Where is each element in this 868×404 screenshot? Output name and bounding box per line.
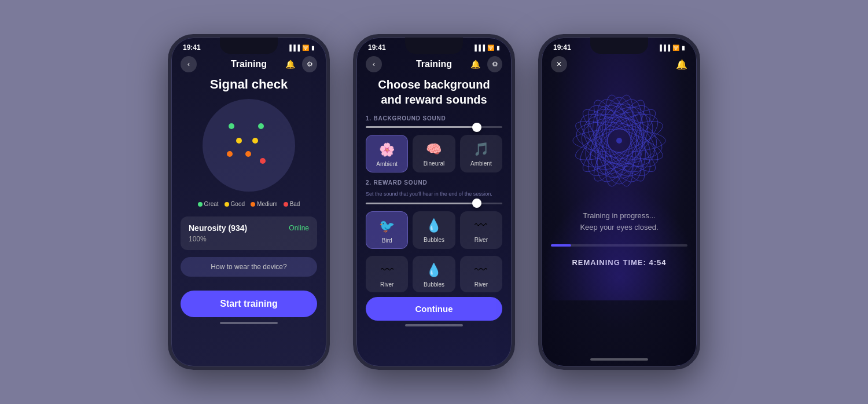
ambient-icon-1: 🌸: [379, 142, 395, 157]
mandala-container: .mandala-circle { fill: none; stroke: #4…: [561, 83, 677, 199]
bell-button-1[interactable]: 🔔: [282, 56, 297, 72]
bird-icon: 🐦: [379, 219, 395, 234]
status-time-3: 19:41: [553, 43, 571, 52]
nav-bar-3: ✕ 🔔: [542, 54, 697, 77]
sound-card-bubbles-1[interactable]: 💧 Bubbles: [413, 211, 455, 249]
sound-card-river-1[interactable]: 〰 River: [460, 211, 502, 249]
reward-sound-label: 2. REWARD SOUND: [366, 179, 502, 186]
bird-label: Bird: [382, 237, 392, 244]
back-button-1[interactable]: ‹: [181, 56, 197, 72]
dot-2: [258, 123, 264, 129]
how-to-wear-button[interactable]: How to wear the device?: [181, 257, 317, 277]
mandala-svg: .mandala-circle { fill: none; stroke: #4…: [561, 83, 677, 199]
slider-thumb-2[interactable]: [472, 199, 481, 208]
sound-card-river-2[interactable]: 〰 River: [366, 256, 408, 292]
screen-title-1: Signal check: [181, 77, 317, 92]
device-status: Online: [289, 224, 309, 232]
slider-fill-2: [366, 203, 475, 204]
status-bar-2: 19:41 ▐▐▐ 🛜 ▮: [356, 38, 512, 54]
wifi-icon-2: 🛜: [487, 45, 494, 51]
battery-icon: ▮: [311, 45, 315, 51]
legend-good: Good: [225, 201, 245, 207]
river-icon-1: 〰: [475, 218, 487, 233]
wifi-icon: 🛜: [302, 45, 309, 51]
home-indicator-3: [590, 358, 648, 361]
phone-choose-sounds: 19:41 ▐▐▐ 🛜 ▮ ‹ Training 🔔 ⚙ Choose back…: [353, 34, 515, 370]
dot-6: [245, 151, 251, 157]
device-row: Neurosity (934) Online: [189, 223, 309, 233]
phone2-content: Choose background and reward sounds 1. B…: [356, 77, 512, 321]
reward-sound-slider[interactable]: [366, 203, 502, 204]
reward-sounds-grid-1: 🐦 Bird 💧 Bubbles 〰 River: [366, 211, 502, 249]
bubbles-icon-1: 💧: [426, 218, 442, 233]
ambient-icon-2: 🎵: [473, 142, 489, 157]
bineural-icon: 🧠: [426, 142, 442, 157]
dot-3: [236, 138, 242, 144]
home-indicator-2: [405, 324, 463, 326]
sound-card-bird[interactable]: 🐦 Bird: [366, 211, 408, 249]
sound-card-ambient-2[interactable]: 🎵 Ambient: [460, 135, 502, 172]
status-icons-3: ▐▐▐ 🛜 ▮: [658, 45, 685, 51]
sound-card-bubbles-2[interactable]: 💧 Bubbles: [413, 256, 455, 292]
signal-icon-3: ▐▐▐: [658, 45, 670, 51]
battery-icon-2: ▮: [496, 45, 500, 51]
dot-5: [227, 151, 233, 157]
legend-label-bad: Bad: [290, 201, 300, 207]
status-bar-1: 19:41 ▐▐▐ 🛜 ▮: [171, 38, 326, 54]
river-label-3: River: [475, 281, 488, 288]
river-label-2: River: [380, 281, 393, 288]
remaining-time: REMAINING TIME: 4:54: [572, 258, 666, 267]
device-name: Neurosity (934): [189, 223, 247, 233]
bell-button-2[interactable]: 🔔: [468, 56, 483, 72]
legend-bad: Bad: [284, 201, 300, 207]
battery-icon-3: ▮: [682, 45, 685, 51]
bubbles-label-2: Bubbles: [424, 281, 444, 288]
bubbles-icon-2: 💧: [426, 263, 442, 278]
ambient-label-1: Ambient: [376, 161, 398, 167]
close-button-3[interactable]: ✕: [551, 56, 567, 72]
continue-button[interactable]: Continue: [366, 297, 502, 321]
legend-dot-medium: [251, 202, 255, 207]
signal-icon-2: ▐▐▐: [473, 45, 485, 51]
nav-bar-2: ‹ Training 🔔 ⚙: [356, 54, 512, 77]
training-text-2: Keep your eyes closed.: [580, 222, 658, 233]
mandala-center: [616, 138, 622, 144]
slider-thumb-1[interactable]: [472, 123, 481, 132]
sound-card-river-3[interactable]: 〰 River: [460, 256, 502, 292]
sound-card-bineural[interactable]: 🧠 Bineural: [413, 135, 455, 172]
bg-sound-slider[interactable]: [366, 126, 502, 128]
status-icons-1: ▐▐▐ 🛜 ▮: [288, 45, 315, 51]
river-label-1: River: [475, 237, 488, 243]
status-icons-2: ▐▐▐ 🛜 ▮: [473, 45, 500, 51]
legend-dot-great: [198, 202, 203, 207]
nav-bar-1: ‹ Training 🔔 ⚙: [171, 54, 326, 77]
ambient-label-2: Ambient: [470, 160, 492, 167]
dot-4: [252, 138, 258, 144]
home-indicator-1: [220, 322, 278, 324]
legend-great: Great: [198, 201, 219, 207]
signal-circle: [203, 99, 295, 192]
phone1-content: Signal check Great Good Medium: [171, 77, 326, 317]
back-button-2[interactable]: ‹: [366, 56, 382, 72]
training-text: Training in progress... Keep your eyes c…: [580, 210, 658, 233]
reward-sounds-grid-2: 〰 River 💧 Bubbles 〰 River: [366, 256, 502, 292]
dot-1: [229, 123, 234, 129]
settings-button-1[interactable]: ⚙: [302, 56, 317, 72]
settings-button-2[interactable]: ⚙: [487, 56, 502, 72]
wifi-icon-3: 🛜: [672, 45, 679, 51]
nav-right-2: 🔔 ⚙: [468, 56, 502, 72]
progress-bar-fill: [551, 244, 571, 247]
legend-dot-good: [225, 202, 229, 207]
status-time-1: 19:41: [183, 43, 201, 52]
nav-title-1: Training: [231, 59, 267, 69]
bell-icon-red: 🔔: [676, 59, 687, 70]
choose-title: Choose background and reward sounds: [366, 77, 502, 107]
device-pct: 100%: [189, 235, 309, 243]
legend-medium: Medium: [251, 201, 278, 207]
bg-sound-label: 1. BACKGROUND SOUND: [366, 115, 502, 122]
status-time-2: 19:41: [368, 43, 386, 52]
phone-training: 19:41 ▐▐▐ 🛜 ▮ ✕ 🔔 .mandala-circle { fill…: [538, 34, 700, 370]
start-training-button[interactable]: Start training: [181, 291, 317, 317]
slider-fill-1: [366, 126, 475, 128]
sound-card-ambient-1[interactable]: 🌸 Ambient: [366, 135, 408, 172]
